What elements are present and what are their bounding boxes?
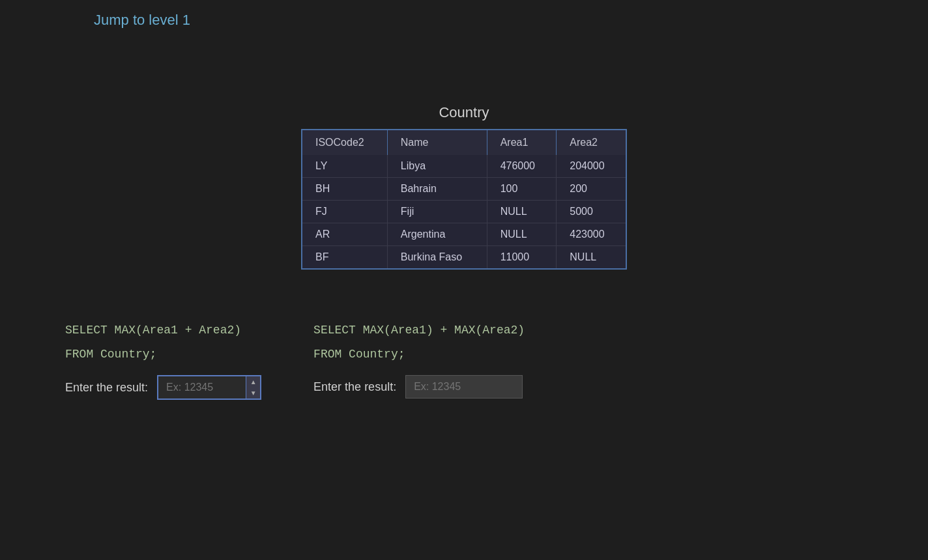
col-header-isocode2: ISOCode2 xyxy=(302,130,387,155)
spinner-buttons-left: ▲ ▼ xyxy=(246,376,260,399)
table-cell-3-1: Argentina xyxy=(387,223,487,246)
query-left-line2: FROM Country; xyxy=(65,346,261,363)
table-cell-1-3: 200 xyxy=(557,178,626,201)
table-row: FJFijiNULL5000 xyxy=(302,201,626,223)
table-cell-2-1: Fiji xyxy=(387,201,487,223)
spinner-down-left[interactable]: ▼ xyxy=(246,387,260,399)
table-cell-2-2: NULL xyxy=(487,201,557,223)
table-cell-2-3: 5000 xyxy=(557,201,626,223)
query-right-block: SELECT MAX(Area1) + MAX(Area2) FROM Coun… xyxy=(313,322,525,400)
table-cell-0-2: 476000 xyxy=(487,155,557,178)
country-table: ISOCode2 Name Area1 Area2 LYLibya4760002… xyxy=(301,129,627,270)
table-cell-1-1: Bahrain xyxy=(387,178,487,201)
query-left-line1: SELECT MAX(Area1 + Area2) xyxy=(65,322,261,339)
query-left-result-label: Enter the result: xyxy=(65,381,148,395)
query-right-result-label: Enter the result: xyxy=(313,380,396,394)
table-title: Country xyxy=(439,104,489,121)
table-cell-3-3: 423000 xyxy=(557,223,626,246)
table-cell-3-0: AR xyxy=(302,223,387,246)
query-left-input-wrapper[interactable]: ▲ ▼ xyxy=(157,375,261,400)
table-cell-4-2: 11000 xyxy=(487,246,557,270)
table-cell-0-3: 204000 xyxy=(557,155,626,178)
query-right-line1: SELECT MAX(Area1) + MAX(Area2) xyxy=(313,322,525,339)
table-cell-2-0: FJ xyxy=(302,201,387,223)
jump-to-level-link[interactable]: Jump to level 1 xyxy=(94,12,190,29)
query-right-line2: FROM Country; xyxy=(313,346,525,363)
col-header-area2: Area2 xyxy=(557,130,626,155)
col-header-name: Name xyxy=(387,130,487,155)
table-cell-0-1: Libya xyxy=(387,155,487,178)
table-cell-1-0: BH xyxy=(302,178,387,201)
table-row: BHBahrain100200 xyxy=(302,178,626,201)
table-row: LYLibya476000204000 xyxy=(302,155,626,178)
query-right-input[interactable] xyxy=(405,375,523,399)
table-cell-1-2: 100 xyxy=(487,178,557,201)
table-cell-4-0: BF xyxy=(302,246,387,270)
table-row: ARArgentinaNULL423000 xyxy=(302,223,626,246)
table-cell-0-0: LY xyxy=(302,155,387,178)
table-row: BFBurkina Faso11000NULL xyxy=(302,246,626,270)
query-left-block: SELECT MAX(Area1 + Area2) FROM Country; … xyxy=(65,322,261,400)
table-header-row: ISOCode2 Name Area1 Area2 xyxy=(302,130,626,155)
col-header-area1: Area1 xyxy=(487,130,557,155)
spinner-up-left[interactable]: ▲ xyxy=(246,376,260,387)
table-cell-4-1: Burkina Faso xyxy=(387,246,487,270)
table-cell-4-3: NULL xyxy=(557,246,626,270)
table-cell-3-2: NULL xyxy=(487,223,557,246)
